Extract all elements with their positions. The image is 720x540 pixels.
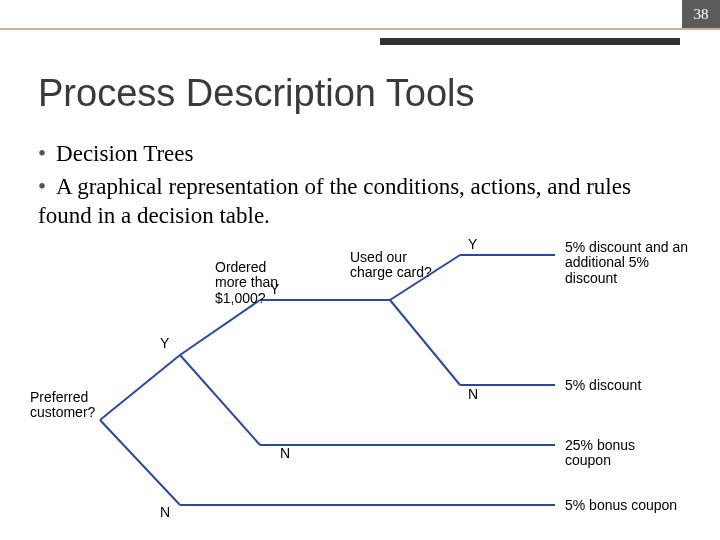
bullet-item: Decision Trees <box>38 140 682 169</box>
decision-tree-diagram: Preferred customer? Ordered more than $1… <box>60 240 680 520</box>
tree-outcome: 5% bonus coupon <box>565 498 677 513</box>
tree-branch-yes: Y <box>160 336 169 351</box>
bullet-text: A graphical representation of the condit… <box>38 174 631 228</box>
tree-outcome: 5% discount <box>565 378 641 393</box>
svg-line-0 <box>100 355 180 420</box>
divider-top <box>0 28 720 30</box>
bullet-item: A graphical representation of the condit… <box>38 173 682 231</box>
tree-branch-no: N <box>280 446 290 461</box>
bullet-text: Decision Trees <box>56 141 193 166</box>
tree-outcome: 5% discount and an additional 5% discoun… <box>565 240 695 286</box>
tree-branch-yes: Y <box>270 282 279 297</box>
tree-branch-no: N <box>468 387 478 402</box>
page-number: 38 <box>682 0 720 28</box>
svg-line-2 <box>180 300 260 355</box>
divider-accent <box>380 38 680 45</box>
slide-body: Decision Trees A graphical representatio… <box>38 140 682 234</box>
svg-line-3 <box>180 355 260 445</box>
tree-branch-yes: Y <box>468 237 477 252</box>
tree-question-level3: Used our charge card? <box>350 250 435 281</box>
tree-branch-no: N <box>160 505 170 520</box>
tree-outcome: 25% bonus coupon <box>565 438 680 469</box>
svg-line-1 <box>100 420 180 505</box>
slide-title: Process Description Tools <box>38 72 474 115</box>
tree-question-root: Preferred customer? <box>30 390 105 421</box>
svg-line-8 <box>390 300 460 385</box>
